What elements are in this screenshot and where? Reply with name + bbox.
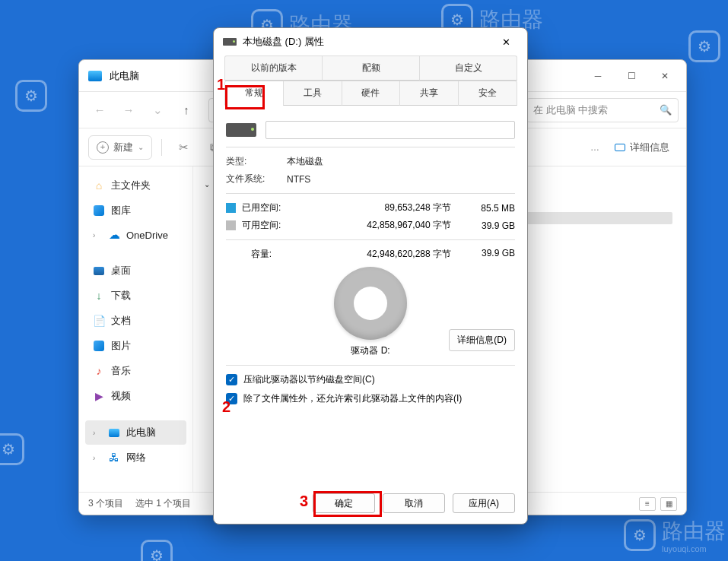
search-input[interactable]: 在 此电脑 中搜索 🔍 (526, 98, 679, 122)
sidebar-item-gallery[interactable]: 图库 (85, 198, 186, 223)
watermark-text: 路由器 (662, 519, 726, 543)
free-human: 39.9 GB (463, 220, 515, 231)
tab-hardware[interactable]: 硬件 (342, 81, 401, 106)
used-human: 85.5 MB (463, 203, 515, 214)
compress-checkbox[interactable]: ✓ (226, 374, 237, 385)
download-icon: ↓ (93, 290, 105, 302)
used-label: 已用空间: (242, 201, 297, 214)
free-swatch (226, 220, 236, 230)
sidebar-item-downloads[interactable]: ↓下载 (85, 284, 186, 308)
properties-dialog: 本地磁盘 (D:) 属性 ✕ 以前的版本 配额 自定义 常规 工具 硬件 共享 … (213, 27, 528, 525)
home-icon: ⌂ (93, 179, 105, 192)
dialog-title: 本地磁盘 (D:) 属性 (243, 35, 324, 49)
desktop-icon (93, 265, 105, 277)
drive-label: 驱动器 D: (351, 344, 389, 357)
gallery-icon (93, 204, 105, 217)
drive-icon-large (226, 123, 256, 137)
sidebar-item-music[interactable]: ♪音乐 (85, 359, 186, 383)
window-title: 此电脑 (110, 69, 139, 83)
free-label: 可用空间: (242, 219, 297, 232)
used-bytes: 89,653,248 字节 (297, 201, 463, 214)
tab-pane-general: 类型:本地磁盘 文件系统:NTFS 已用空间: 89,653,248 字节 85… (214, 106, 527, 486)
type-label: 类型: (226, 155, 287, 168)
sidebar: ⌂主文件夹 图库 ›OneDrive 桌面 ↓下载 📄文档 图片 ♪音乐 ▶视频… (79, 166, 193, 492)
document-icon: 📄 (93, 315, 105, 327)
sidebar-item-onedrive[interactable]: ›OneDrive (85, 223, 186, 246)
tab-customize[interactable]: 自定义 (419, 55, 517, 81)
dialog-close-button[interactable]: ✕ (491, 31, 521, 52)
sidebar-item-thispc[interactable]: ›此电脑 (85, 420, 186, 445)
tab-security[interactable]: 安全 (458, 81, 517, 106)
used-swatch (226, 203, 236, 213)
compress-label: 压缩此驱动器以节约磁盘空间(C) (243, 373, 375, 386)
pc-icon (108, 426, 120, 439)
picture-icon (93, 340, 105, 352)
fs-label: 文件系统: (226, 173, 287, 185)
fs-value: NTFS (287, 174, 310, 185)
close-button[interactable]: ✕ (648, 65, 682, 87)
forward-button[interactable]: → (116, 97, 141, 123)
minimize-button[interactable]: ─ (581, 65, 615, 87)
tab-previous-versions[interactable]: 以前的版本 (224, 55, 323, 81)
usage-donut-chart (334, 267, 407, 340)
apply-button[interactable]: 应用(A) (453, 493, 515, 513)
capacity-bytes: 42,948,620,288 字节 (297, 248, 463, 261)
back-button[interactable]: ← (87, 97, 113, 123)
tab-tools[interactable]: 工具 (283, 81, 342, 106)
sidebar-item-documents[interactable]: 📄文档 (85, 309, 186, 333)
video-icon: ▶ (93, 390, 105, 402)
type-value: 本地磁盘 (287, 155, 323, 168)
free-bytes: 42,858,967,040 字节 (297, 219, 463, 232)
status-items: 3 个项目 (88, 497, 123, 510)
sidebar-item-home[interactable]: ⌂主文件夹 (85, 173, 186, 198)
maximize-button[interactable]: ☐ (615, 65, 648, 87)
recent-dropdown[interactable]: ⌄ (145, 97, 170, 123)
tab-general[interactable]: 常规 (224, 81, 284, 106)
view-grid-button[interactable]: ▦ (660, 497, 677, 511)
index-label: 除了文件属性外，还允许索引此驱动器上文件的内容(I) (243, 392, 462, 405)
details-button[interactable]: 详细信息 (607, 136, 677, 159)
cancel-button[interactable]: 取消 (383, 493, 445, 513)
cloud-icon (108, 229, 120, 241)
app-icon (88, 71, 102, 81)
up-button[interactable]: ↑ (173, 97, 199, 123)
status-selected: 选中 1 个项目 (135, 497, 191, 510)
sidebar-item-pictures[interactable]: 图片 (85, 334, 186, 358)
tab-strip: 以前的版本 配额 自定义 常规 工具 硬件 共享 安全 (214, 55, 527, 106)
details-button[interactable]: 详细信息(D) (449, 329, 515, 351)
watermark-sub: luyouqi.com (662, 544, 726, 553)
tab-sharing[interactable]: 共享 (399, 81, 459, 106)
sidebar-item-network[interactable]: ›🖧网络 (85, 445, 186, 470)
search-icon: 🔍 (660, 104, 672, 116)
music-icon: ♪ (93, 365, 105, 377)
tab-quota[interactable]: 配额 (322, 55, 420, 81)
drive-icon (223, 38, 237, 46)
view-list-button[interactable]: ≡ (639, 497, 656, 511)
search-placeholder: 在 此电脑 中搜索 (533, 103, 608, 117)
new-button[interactable]: +新建⌄ (88, 135, 152, 160)
capacity-label: 容量: (226, 248, 297, 261)
drive-name-input[interactable] (265, 121, 515, 139)
dialog-button-row: 确定 取消 应用(A) (214, 486, 527, 524)
ok-button[interactable]: 确定 (313, 493, 375, 513)
network-icon: 🖧 (108, 452, 120, 464)
cut-button[interactable]: ✂ (171, 136, 196, 159)
capacity-human: 39.9 GB (463, 248, 515, 261)
sidebar-item-desktop[interactable]: 桌面 (85, 258, 186, 283)
dialog-titlebar: 本地磁盘 (D:) 属性 ✕ (214, 28, 527, 55)
index-checkbox[interactable]: ✓ (226, 393, 237, 404)
sidebar-item-videos[interactable]: ▶视频 (85, 384, 186, 408)
scissors-icon: ✂ (179, 141, 189, 154)
